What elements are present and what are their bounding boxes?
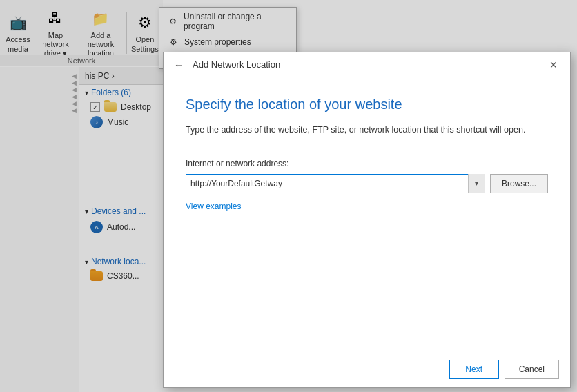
add-network-location-dialog: ← Add Network Location ✕ Specify the loc…: [163, 52, 571, 388]
dropdown-arrow[interactable]: ▾: [468, 174, 485, 193]
address-input[interactable]: [186, 174, 485, 193]
modal-titlebar: ← Add Network Location ✕: [164, 52, 570, 77]
modal-heading: Specify the location of your website: [186, 97, 548, 112]
input-row: ▾ Browse...: [186, 174, 548, 193]
input-label: Internet or network address:: [186, 159, 548, 168]
close-button[interactable]: ✕: [545, 57, 562, 73]
back-button[interactable]: ←: [172, 58, 186, 72]
titlebar-left: ← Add Network Location: [172, 58, 280, 72]
view-examples-link[interactable]: View examples: [186, 202, 548, 211]
modal-description: Type the address of the website, FTP sit…: [186, 124, 548, 137]
address-input-wrapper: ▾: [186, 174, 485, 193]
cancel-button[interactable]: Cancel: [505, 360, 559, 379]
browse-button[interactable]: Browse...: [490, 174, 548, 193]
modal-footer: Next Cancel: [164, 351, 570, 387]
modal-title: Add Network Location: [193, 59, 280, 70]
modal-body: Specify the location of your website Typ…: [164, 77, 570, 351]
next-button[interactable]: Next: [449, 360, 499, 379]
